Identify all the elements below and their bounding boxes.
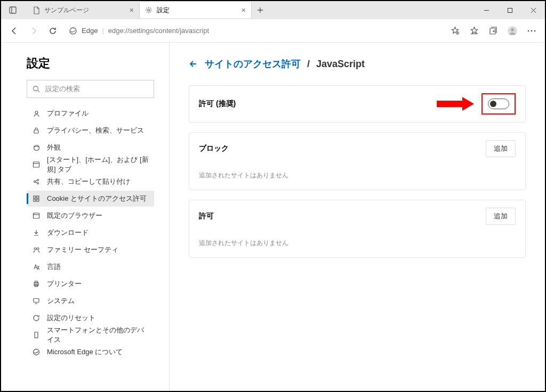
svg-point-9 <box>511 28 514 31</box>
svg-point-5 <box>70 28 76 34</box>
svg-rect-26 <box>37 199 39 201</box>
svg-point-2 <box>148 9 150 11</box>
sidebar-item-privacy[interactable]: プライバシー、検索、サービス <box>27 123 154 138</box>
sidebar-item-label: ダウンロード <box>47 228 89 238</box>
window-titlebar: サンプルページ × 設定 × <box>1 1 545 19</box>
sidebar-item-cookies[interactable]: Cookie とサイトのアクセス許可 <box>27 191 154 207</box>
sidebar-item-label: プロファイル <box>47 109 89 118</box>
search-placeholder: 設定の検索 <box>45 84 80 94</box>
address-bar: Edge | edge://settings/content/javascrip… <box>1 19 545 43</box>
tab-settings[interactable]: 設定 × <box>140 2 252 18</box>
svg-point-20 <box>34 181 36 183</box>
sidebar-item-language[interactable]: 言語 <box>27 259 154 275</box>
reset-icon <box>32 314 41 322</box>
tab-actions-icon[interactable] <box>4 6 21 14</box>
close-icon[interactable]: × <box>242 6 246 14</box>
svg-point-21 <box>37 179 39 181</box>
new-tab-button[interactable] <box>252 7 269 13</box>
sidebar-item-appearance[interactable]: 外観 <box>27 140 154 156</box>
minimize-button[interactable] <box>475 1 498 19</box>
favorites-icon[interactable] <box>465 22 483 40</box>
window-controls <box>475 1 545 19</box>
sidebar-item-default-browser[interactable]: 既定のブラウザー <box>27 208 154 224</box>
more-icon[interactable] <box>523 22 541 40</box>
sidebar-item-phone[interactable]: スマートフォンとその他のデバイス <box>27 327 154 343</box>
url-field[interactable]: Edge | edge://settings/content/javascrip… <box>63 22 445 39</box>
allow-label: 許可 (推奨) <box>199 99 236 109</box>
settings-search-input[interactable]: 設定の検索 <box>27 80 154 98</box>
add-allow-button[interactable]: 追加 <box>486 208 516 225</box>
maximize-button[interactable] <box>498 1 521 19</box>
share-icon <box>32 177 41 186</box>
svg-rect-24 <box>37 196 39 198</box>
svg-rect-23 <box>34 196 36 198</box>
tab-sample-page[interactable]: サンプルページ × <box>28 2 140 18</box>
add-block-button[interactable]: 追加 <box>486 140 516 157</box>
javascript-allow-toggle[interactable] <box>488 99 509 109</box>
printer-icon <box>32 280 41 288</box>
sidebar-item-profile[interactable]: プロファイル <box>27 105 154 121</box>
breadcrumb-link[interactable]: サイトのアクセス許可 <box>205 58 301 70</box>
svg-point-30 <box>34 248 36 250</box>
svg-point-12 <box>534 30 536 31</box>
language-icon <box>32 263 41 271</box>
close-window-button[interactable] <box>521 1 545 19</box>
tab-group: サンプルページ × 設定 × <box>1 1 269 19</box>
back-button[interactable] <box>5 22 23 40</box>
engine-label: Edge <box>82 27 98 35</box>
tab-title: サンプルページ <box>44 6 89 15</box>
collections-icon[interactable] <box>484 22 502 40</box>
profile-icon[interactable] <box>503 22 521 40</box>
svg-point-39 <box>34 349 39 355</box>
url-text: edge://settings/content/javascript <box>108 27 209 35</box>
separator: | <box>102 27 103 35</box>
allow-section-card: 許可 追加 追加されたサイトはありません <box>189 200 526 258</box>
breadcrumb-current: JavaScript <box>316 59 365 70</box>
sidebar-item-about[interactable]: Microsoft Edge について <box>27 344 154 360</box>
back-arrow-icon[interactable] <box>189 59 198 69</box>
sidebar-item-label: Microsoft Edge について <box>47 347 123 357</box>
sidebar-item-share[interactable]: 共有、コピーして貼り付け <box>27 174 154 190</box>
lock-icon <box>32 126 41 135</box>
tab-title: 設定 <box>157 6 170 15</box>
sidebar-item-label: 既定のブラウザー <box>47 211 102 220</box>
sidebar-item-label: システム <box>47 296 75 306</box>
sidebar-item-label: 共有、コピーして貼り付け <box>47 177 130 186</box>
sidebar-item-reset[interactable]: 設定のリセット <box>27 310 154 326</box>
svg-point-11 <box>531 30 533 31</box>
sidebar-item-label: 設定のリセット <box>47 313 95 323</box>
settings-title: 設定 <box>27 55 154 71</box>
refresh-button[interactable] <box>44 22 62 40</box>
svg-point-10 <box>528 30 529 31</box>
favorite-star-icon[interactable] <box>446 22 464 40</box>
callout-arrow <box>437 98 474 110</box>
allow-empty-text: 追加されたサイトはありません <box>189 232 525 257</box>
sidebar-item-label: プリンター <box>47 279 82 289</box>
settings-sidebar: 設定 設定の検索 プロファイル プライバシー、検索、サービス 外観 [スタート]… <box>1 43 170 391</box>
sidebar-item-label: 外観 <box>47 143 61 152</box>
appearance-icon <box>32 143 41 152</box>
sidebar-item-family[interactable]: ファミリー セーフティ <box>27 242 154 258</box>
sidebar-item-label: スマートフォンとその他のデバイス <box>47 325 149 345</box>
file-icon <box>33 6 40 14</box>
close-icon[interactable]: × <box>130 6 134 14</box>
sidebar-item-label: ファミリー セーフティ <box>47 245 118 255</box>
forward-button[interactable] <box>25 22 43 40</box>
sidebar-item-start[interactable]: [スタート]、[ホーム]、および [新規] タブ <box>27 157 154 173</box>
edge-icon <box>32 348 41 356</box>
system-icon <box>32 297 41 305</box>
sidebar-item-downloads[interactable]: ダウンロード <box>27 225 154 241</box>
content-area: 設定 設定の検索 プロファイル プライバシー、検索、サービス 外観 [スタート]… <box>1 43 545 391</box>
sidebar-item-label: [スタート]、[ホーム]、および [新規] タブ <box>47 155 149 174</box>
sidebar-item-system[interactable]: システム <box>27 293 154 309</box>
toggle-highlight <box>481 93 516 115</box>
svg-rect-0 <box>10 7 16 13</box>
svg-rect-18 <box>34 162 39 167</box>
sidebar-item-label: Cookie とサイトのアクセス許可 <box>47 194 147 203</box>
sidebar-item-printer[interactable]: プリンター <box>27 276 154 292</box>
sidebar-item-label: 言語 <box>47 262 61 272</box>
block-empty-text: 追加されたサイトはありません <box>189 165 525 190</box>
svg-point-15 <box>35 111 38 113</box>
svg-point-38 <box>36 337 36 337</box>
breadcrumb-separator: / <box>307 59 310 70</box>
